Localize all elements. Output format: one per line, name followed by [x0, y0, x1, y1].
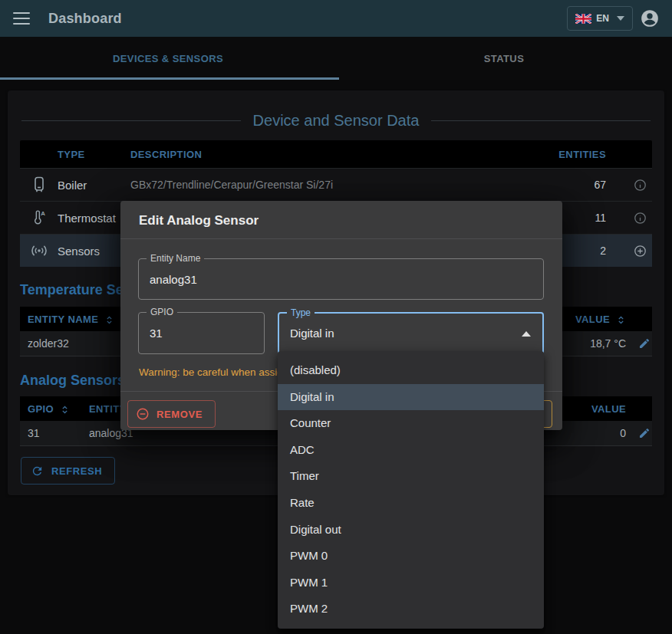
sort-icon[interactable]: [104, 315, 114, 325]
info-icon[interactable]: [611, 212, 652, 225]
entity-name-input[interactable]: [150, 259, 523, 299]
boiler-icon: [20, 176, 58, 193]
edit-icon[interactable]: [626, 337, 652, 350]
option-rate[interactable]: Rate: [278, 490, 544, 517]
table-row-boiler[interactable]: Boiler GBx72/Trendline/Cerapur/Greenstar…: [20, 168, 652, 201]
device-type: Boiler: [58, 179, 130, 192]
option-digital-in[interactable]: Digital in: [278, 384, 544, 411]
svg-text:A: A: [41, 210, 45, 217]
tab-bar: DEVICES & SENSORS STATUS: [0, 37, 672, 80]
app-screen: Dashboard EN: [0, 0, 672, 634]
language-label: EN: [596, 13, 609, 24]
option-adc[interactable]: ADC: [278, 437, 544, 464]
add-entity-icon[interactable]: [611, 245, 652, 258]
device-entities: 67: [529, 179, 611, 191]
user-avatar-icon[interactable]: [640, 8, 660, 28]
option-pwm-2[interactable]: PWM 2: [278, 596, 544, 623]
option-disabled[interactable]: (disabled): [278, 357, 544, 384]
app-title: Dashboard: [48, 11, 122, 27]
tab-status[interactable]: STATUS: [336, 37, 672, 80]
sort-icon[interactable]: [60, 405, 70, 415]
type-options-menu: (disabled) Digital in Counter ADC Timer …: [278, 351, 544, 629]
gpio-field: GPIO: [138, 312, 265, 354]
sensors-icon: [20, 243, 58, 258]
edit-icon[interactable]: [626, 427, 652, 439]
dialog-title: Edit Analog Sensor: [139, 213, 259, 228]
refresh-button[interactable]: REFRESH: [21, 457, 115, 485]
page-title: Device and Sensor Data: [253, 112, 420, 130]
type-select[interactable]: Type Digital in: [278, 312, 544, 354]
type-selected-value: Digital in: [290, 314, 522, 353]
remove-button[interactable]: REMOVE: [127, 400, 216, 428]
tab-devices-sensors[interactable]: DEVICES & SENSORS: [0, 37, 336, 80]
option-timer[interactable]: Timer: [278, 463, 544, 490]
language-selector[interactable]: EN: [567, 6, 633, 31]
chevron-down-icon: [617, 16, 624, 21]
col-gpio[interactable]: GPIO: [28, 403, 54, 415]
option-pwm-0[interactable]: PWM 0: [278, 543, 544, 570]
chevron-up-icon: [522, 331, 531, 337]
active-tab-indicator: [0, 77, 339, 80]
col-entity-name[interactable]: ENTITY NAME: [28, 314, 98, 325]
sensor-gpio: 31: [20, 427, 89, 439]
device-description: GBx72/Trendline/Cerapur/Greenstar Si/27i: [130, 179, 529, 191]
device-type: Sensors: [58, 245, 130, 258]
col-description: DESCRIPTION: [130, 149, 529, 160]
col-type: TYPE: [58, 149, 130, 160]
option-pwm-1[interactable]: PWM 1: [278, 570, 544, 596]
uk-flag-icon: [575, 14, 591, 24]
refresh-icon: [31, 465, 44, 478]
gpio-input[interactable]: [150, 313, 244, 353]
col-value[interactable]: VALUE: [575, 314, 610, 325]
option-digital-out[interactable]: Digital out: [278, 517, 544, 544]
option-counter[interactable]: Counter: [278, 410, 544, 437]
sort-icon[interactable]: [616, 315, 626, 325]
device-table-header: TYPE DESCRIPTION ENTITIES: [20, 140, 652, 168]
page-heading: Device and Sensor Data: [21, 112, 651, 130]
info-icon[interactable]: [611, 179, 652, 192]
top-app-bar: Dashboard EN: [0, 0, 672, 37]
menu-icon[interactable]: [13, 12, 30, 25]
remove-circle-icon: [136, 407, 150, 421]
entity-name-field: Entity Name: [138, 258, 544, 300]
analog-sensors-heading: Analog Sensors: [20, 373, 125, 389]
thermostat-icon: A: [20, 209, 58, 226]
col-entities: ENTITIES: [529, 149, 611, 160]
device-type: Thermostat: [58, 212, 130, 225]
